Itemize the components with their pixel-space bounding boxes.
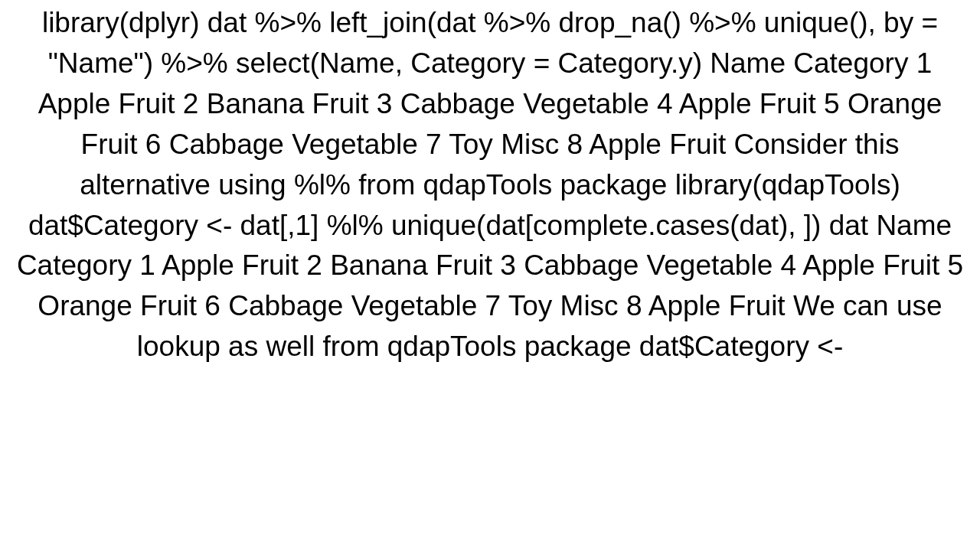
document-text: library(dplyr) dat %>% left_join(dat %>%… (17, 7, 963, 362)
